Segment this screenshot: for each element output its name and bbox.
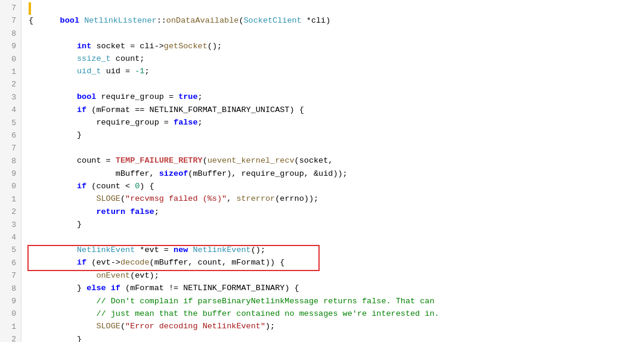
code-line: }	[29, 206, 644, 219]
code-line	[29, 219, 644, 232]
code-line: uid_t uid = -1;	[29, 54, 644, 66]
code-line: int socket = cli->getSocket();	[29, 28, 644, 41]
code-line: NetlinkEvent *evt = new NetlinkEvent();	[29, 232, 644, 244]
code-line: {	[29, 15, 644, 27]
code-line-highlighted-1: if (evt->decode(mBuffer, count, mFormat)…	[29, 244, 644, 257]
code-line	[29, 66, 644, 79]
code-line: SLOGE("recvmsg failed (%s)", strerror(er…	[29, 181, 644, 193]
code-line: }	[29, 117, 644, 130]
code-line: } else if (mFormat != NETLINK_FORMAT_BIN…	[29, 270, 644, 282]
line-numbers: 7 7 8 9 0 1 2 3 4 5 6 7 8 9 0 1 2 3 4 5 …	[0, 0, 21, 342]
code-line: if (mFormat == NETLINK_FORMAT_BINARY_UNI…	[29, 92, 644, 104]
code-line: SLOGE("Error decoding NetlinkEvent");	[29, 308, 644, 321]
code-line: // just mean that the buffer contained n…	[29, 296, 644, 308]
code-line: // Don't complain if parseBinaryNetlinkM…	[29, 283, 644, 296]
code-container: 7 7 8 9 0 1 2 3 4 5 6 7 8 9 0 1 2 3 4 5 …	[0, 0, 644, 342]
code-area: bool NetlinkListener::onDataAvailable(So…	[21, 0, 644, 342]
code-line	[29, 334, 644, 342]
code-line: bool require_group = true;	[29, 79, 644, 91]
code-line	[29, 130, 644, 142]
code-line-highlighted-2: onEvent(evt);	[29, 257, 644, 270]
code-line: bool NetlinkListener::onDataAvailable(So…	[29, 2, 644, 15]
code-line: ssize_t count;	[29, 41, 644, 53]
code-line: return false;	[29, 194, 644, 206]
code-line: count = TEMP_FAILURE_RETRY(uevent_kernel…	[29, 142, 644, 155]
code-line: mBuffer, sizeof(mBuffer), require_group,…	[29, 156, 644, 168]
code-line: require_group = false;	[29, 104, 644, 117]
code-line: if (count < 0) {	[29, 168, 644, 181]
code-line: }	[29, 321, 644, 334]
